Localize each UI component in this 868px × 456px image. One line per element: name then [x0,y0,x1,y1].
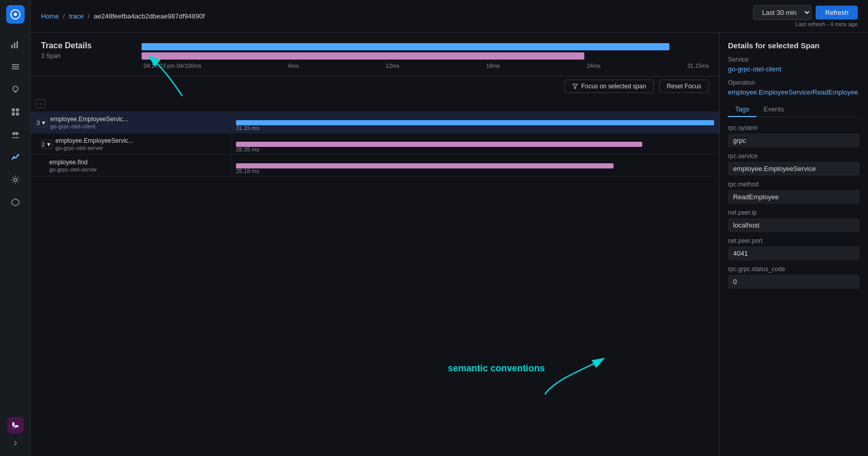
sidebar-item-graph[interactable] [5,147,26,167]
span-bar-3 [236,163,614,168]
panel-tabs: Tags Events [728,102,860,117]
tag-label-net-peer-ip: net.peer.ip [728,209,860,216]
svg-rect-4 [16,41,18,48]
reset-focus-button[interactable]: Reset Focus [659,80,709,93]
tag-value-rpc-grpc-status: 0 [728,275,860,289]
tab-tags[interactable]: Tags [728,102,756,117]
span-duration-2: 28.35 ms [236,146,267,153]
span-bar-container-2 [236,142,714,147]
sidebar-expand-button[interactable] [5,435,26,451]
svg-rect-7 [12,68,19,69]
svg-point-1 [14,13,17,16]
tag-row-net-peer-port: net.peer.port 4041 [728,237,860,260]
slack-icon[interactable] [7,417,24,433]
span-duration-3: 25.18 ms [236,168,267,174]
tag-label-net-peer-port: net.peer.port [728,237,860,244]
svg-rect-16 [12,422,14,426]
sidebar [0,0,31,456]
span-info-3: employee.find go-grpc-otel-server [31,155,231,176]
sidebar-item-alerting[interactable] [5,79,26,100]
flame-graph-area: Trace Details 3 Span 04:17:23 pm 04 [31,33,719,77]
table-row[interactable]: employee.find go-grpc-otel-server 25.18 … [31,155,719,177]
flame-bar-row-1 [142,43,709,50]
tag-row-rpc-service: rpc.service employee.EmployeeService [728,153,860,176]
tag-value-net-peer-port: 4041 [728,246,860,260]
svg-rect-12 [16,112,19,116]
sidebar-item-teams[interactable] [5,124,26,145]
breadcrumb-trace[interactable]: trace [69,12,84,20]
tag-value-rpc-service: employee.EmployeeService [728,162,860,176]
tag-label-rpc-system: rpc.system [728,124,860,131]
right-panel: Details for selected Span Service go-grp… [719,33,868,456]
span-bar-2 [236,142,642,147]
page-header: Home / trace / ae248feefba4acb2dbeae987d… [31,0,868,33]
semantic-conventions-annotation-arrow [524,353,617,415]
trace-timestamp: 04:17:23 pm 04/10 [144,63,191,69]
content-area: Trace Details 3 Span 04:17:23 pm 04 [31,33,868,456]
svg-rect-5 [12,64,19,65]
app-logo[interactable] [6,5,25,24]
svg-rect-11 [12,112,15,116]
svg-rect-3 [14,43,15,48]
span-name-block-2: employee.EmployeeServic... go-grpc-otel-… [55,137,133,151]
trace-span-count: 3 Span [41,52,133,60]
refresh-button[interactable]: Refresh [816,6,858,20]
svg-rect-2 [11,45,13,48]
tag-row-rpc-system: rpc.system grpc [728,124,860,147]
collapse-all-button[interactable]: − [36,99,45,108]
semantic-conventions-label: semantic conventions [448,363,545,374]
svg-rect-17 [12,426,14,428]
svg-rect-9 [12,108,15,111]
tags-list: rpc.system grpc rpc.service employee.Emp… [728,124,860,289]
span-name-block-3: employee.find go-grpc-otel-server [49,159,97,173]
breadcrumb-home[interactable]: Home [41,12,59,20]
trace-title-block: Trace Details 3 Span [41,41,133,60]
svg-point-8 [13,86,18,91]
timeline-ruler: 04:17:23 pm 04/10 0ms 6ms 12ms 18ms 24ms… [41,63,709,69]
span-bar-area-2: 28.35 ms [231,134,719,155]
sidebar-item-dashboards[interactable] [5,102,26,122]
span-name-block-1: employee.EmployeeServic... go-grpc-otel-… [50,116,128,129]
span-name-3: employee.find [49,159,97,166]
svg-point-15 [14,178,17,181]
tag-row-rpc-grpc-status: rpc.grpc.status_code 0 [728,265,860,289]
flame-bar-blue [142,43,669,50]
tag-row-rpc-method: rpc.method ReadEmployee [728,181,860,204]
sidebar-item-explore[interactable] [5,56,26,77]
operation-link[interactable]: employee.EmployeeService/ReadEmployee [728,88,860,96]
sidebar-item-plugins[interactable] [5,192,26,213]
focus-selected-span-button[interactable]: Focus on selected span [564,80,654,93]
focus-controls: Focus on selected span Reset Focus [31,77,719,96]
span-service-3: go-grpc-otel-server [49,166,97,173]
svg-point-13 [12,132,15,135]
span-bar-area-1: 31.15 ms [231,112,719,133]
flame-bar-purple [142,52,584,60]
header-controls: Last 30 min Refresh Last refresh - 4 min… [753,5,858,27]
span-collapse-button-1[interactable]: 3 ▼ [36,118,47,127]
span-bar-1 [236,120,714,125]
spans-area: − 3 ▼ employee.EmployeeServic... go-grpc… [31,96,719,456]
table-row[interactable]: 2 ▼ employee.EmployeeServic... go-grpc-o… [31,134,719,155]
span-duration-1: 31.15 ms [236,125,267,131]
service-link[interactable]: go-grpc-otel-client [728,65,860,73]
panel-title: Details for selected Span [728,41,860,50]
span-service-2: go-grpc-otel-server [55,145,133,151]
span-name-2: employee.EmployeeServic... [55,137,133,144]
main-content: Home / trace / ae248feefba4acb2dbeae987d… [31,0,868,456]
svg-point-14 [15,132,18,135]
service-label: Service [728,56,860,63]
sidebar-item-settings[interactable] [5,169,26,190]
span-info-1: 3 ▼ employee.EmployeeServic... go-grpc-o… [31,112,231,133]
tag-label-rpc-grpc-status: rpc.grpc.status_code [728,265,860,273]
sidebar-item-metrics[interactable] [5,34,26,54]
svg-rect-10 [16,108,19,111]
flame-bar-row-2 [142,52,709,60]
table-row[interactable]: 3 ▼ employee.EmployeeServic... go-grpc-o… [31,112,719,134]
span-collapse-button-2[interactable]: 2 ▼ [41,140,52,149]
breadcrumb-trace-id: ae248feefba4acb2dbeae987df94890f [94,12,205,20]
span-bar-container-1 [236,120,714,125]
time-range-select[interactable]: Last 30 min [753,5,812,20]
trace-panel: Trace Details 3 Span 04:17:23 pm 04 [31,33,719,456]
tab-events[interactable]: Events [756,102,791,117]
last-refresh-text: Last refresh - 4 mins ago [795,21,858,27]
